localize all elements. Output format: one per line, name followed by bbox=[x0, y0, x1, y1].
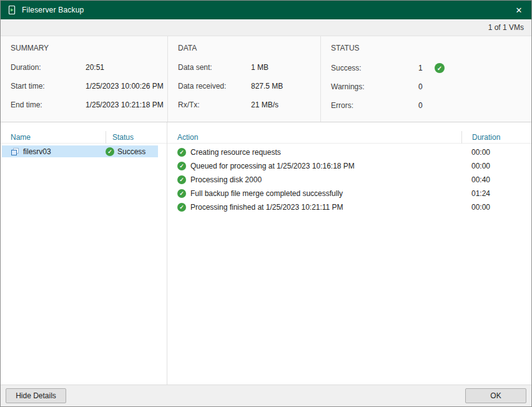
action-duration: 00:00 bbox=[461, 162, 531, 170]
vm-row-filesrv03[interactable]: filesrv03 ✓ Success bbox=[2, 145, 158, 157]
ok-button[interactable]: OK bbox=[465, 388, 526, 403]
action-label: Full backup file merge completed success… bbox=[190, 189, 343, 198]
action-text-cell: ✓ Queued for processing at 1/25/2023 10:… bbox=[177, 162, 461, 170]
vm-list-panel: Name Status filesrv03 ✓ Success bbox=[1, 122, 167, 385]
summary-title: SUMMARY bbox=[11, 44, 167, 52]
summary-row-duration: Duration: 20:51 bbox=[11, 63, 167, 72]
stat-label: End time: bbox=[11, 101, 86, 110]
action-duration: 01:24 bbox=[461, 189, 531, 198]
stat-value: 0 bbox=[418, 82, 431, 92]
status-row-success: Success: 1 ✓ bbox=[331, 63, 531, 73]
column-header-duration[interactable]: Duration bbox=[461, 131, 531, 144]
success-check-icon: ✓ bbox=[177, 203, 186, 212]
stat-value: 1 MB bbox=[251, 63, 268, 72]
action-label: Processing finished at 1/25/2023 10:21:1… bbox=[190, 203, 343, 212]
summary-row-start-time: Start time: 1/25/2023 10:00:26 PM bbox=[11, 82, 167, 91]
stat-value: 1/25/2023 10:21:18 PM bbox=[86, 101, 164, 110]
data-panel: DATA Data sent: 1 MB Data received: 827.… bbox=[167, 36, 320, 122]
data-row-sent: Data sent: 1 MB bbox=[178, 63, 320, 72]
action-label: Processing disk 2000 bbox=[190, 175, 262, 184]
action-duration: 00:40 bbox=[461, 175, 531, 184]
main-area: Name Status filesrv03 ✓ Success bbox=[1, 122, 531, 385]
action-label: Queued for processing at 1/25/2023 10:16… bbox=[190, 162, 355, 170]
action-duration: 00:00 bbox=[461, 148, 531, 157]
status-title: STATUS bbox=[331, 44, 531, 52]
titlebar: Fileserver Backup ✕ bbox=[1, 1, 531, 19]
stat-label: Duration: bbox=[11, 63, 86, 72]
action-label: Creating resource requests bbox=[190, 148, 281, 157]
success-check-icon: ✓ bbox=[177, 148, 186, 157]
stat-label: Data sent: bbox=[178, 63, 251, 72]
stat-label: Rx/Tx: bbox=[178, 101, 251, 110]
hide-details-button[interactable]: Hide Details bbox=[6, 388, 66, 403]
action-row[interactable]: ✓ Full backup file merge completed succe… bbox=[167, 187, 531, 200]
count-bar: 1 of 1 VMs bbox=[1, 19, 531, 36]
stat-value: 0 bbox=[418, 101, 431, 110]
summary-panel: SUMMARY Duration: 20:51 Start time: 1/25… bbox=[1, 36, 167, 122]
summary-row-end-time: End time: 1/25/2023 10:21:18 PM bbox=[11, 101, 167, 110]
success-check-icon: ✓ bbox=[177, 189, 186, 198]
stat-label: Data received: bbox=[178, 82, 251, 91]
backup-job-icon bbox=[7, 5, 17, 15]
close-button[interactable]: ✕ bbox=[506, 1, 531, 19]
window-title: Fileserver Backup bbox=[22, 6, 84, 14]
vm-name-cell: filesrv03 bbox=[2, 147, 106, 156]
success-check-icon: ✓ bbox=[177, 162, 186, 170]
action-text-cell: ✓ Creating resource requests bbox=[177, 148, 461, 157]
vm-list-header: Name Status bbox=[1, 131, 167, 144]
stat-value: 827.5 MB bbox=[251, 82, 283, 91]
success-check-icon: ✓ bbox=[177, 175, 186, 184]
stat-label: Start time: bbox=[11, 82, 86, 91]
action-text-cell: ✓ Processing finished at 1/25/2023 10:21… bbox=[177, 203, 461, 212]
action-duration: 00:00 bbox=[461, 203, 531, 212]
stats-section: SUMMARY Duration: 20:51 Start time: 1/25… bbox=[1, 36, 531, 122]
footer-bar: Hide Details OK bbox=[1, 385, 531, 406]
column-header-status[interactable]: Status bbox=[106, 131, 167, 144]
action-log-header: Action Duration bbox=[167, 131, 531, 144]
column-header-name[interactable]: Name bbox=[1, 131, 106, 144]
status-row-errors: Errors: 0 bbox=[331, 101, 531, 110]
action-text-cell: ✓ Full backup file merge completed succe… bbox=[177, 189, 461, 198]
status-panel: STATUS Success: 1 ✓ Warnings: 0 Errors: … bbox=[320, 36, 531, 122]
data-title: DATA bbox=[178, 44, 320, 52]
stat-label: Errors: bbox=[331, 101, 418, 110]
stat-label: Success: bbox=[331, 64, 418, 73]
job-details-dialog: Fileserver Backup ✕ 1 of 1 VMs SUMMARY D… bbox=[0, 0, 532, 407]
vm-count-label: 1 of 1 VMs bbox=[488, 23, 524, 32]
data-row-received: Data received: 827.5 MB bbox=[178, 82, 320, 91]
stat-value: 1 bbox=[418, 64, 431, 73]
data-row-rxtx: Rx/Tx: 21 MB/s bbox=[178, 101, 320, 110]
stat-value: 21 MB/s bbox=[251, 101, 278, 110]
action-row[interactable]: ✓ Creating resource requests 00:00 bbox=[167, 145, 531, 159]
vm-icon bbox=[11, 147, 19, 156]
stat-value: 1/25/2023 10:00:26 PM bbox=[86, 82, 164, 91]
stat-value: 20:51 bbox=[86, 63, 104, 72]
action-row[interactable]: ✓ Processing finished at 1/25/2023 10:21… bbox=[167, 200, 531, 214]
success-check-icon: ✓ bbox=[435, 63, 445, 73]
vm-name: filesrv03 bbox=[23, 147, 51, 156]
vm-status: Success bbox=[117, 147, 145, 156]
action-log-panel: Action Duration ✓ Creating resource requ… bbox=[167, 122, 531, 385]
vm-status-cell: ✓ Success bbox=[106, 147, 145, 156]
action-text-cell: ✓ Processing disk 2000 bbox=[177, 175, 461, 184]
status-row-warnings: Warnings: 0 bbox=[331, 82, 531, 92]
action-row[interactable]: ✓ Processing disk 2000 00:40 bbox=[167, 173, 531, 187]
action-row[interactable]: ✓ Queued for processing at 1/25/2023 10:… bbox=[167, 159, 531, 173]
action-rows: ✓ Creating resource requests 00:00 ✓ Que… bbox=[167, 144, 531, 214]
stat-label: Warnings: bbox=[331, 82, 418, 92]
success-check-icon: ✓ bbox=[106, 147, 114, 156]
column-header-action[interactable]: Action bbox=[167, 131, 461, 144]
